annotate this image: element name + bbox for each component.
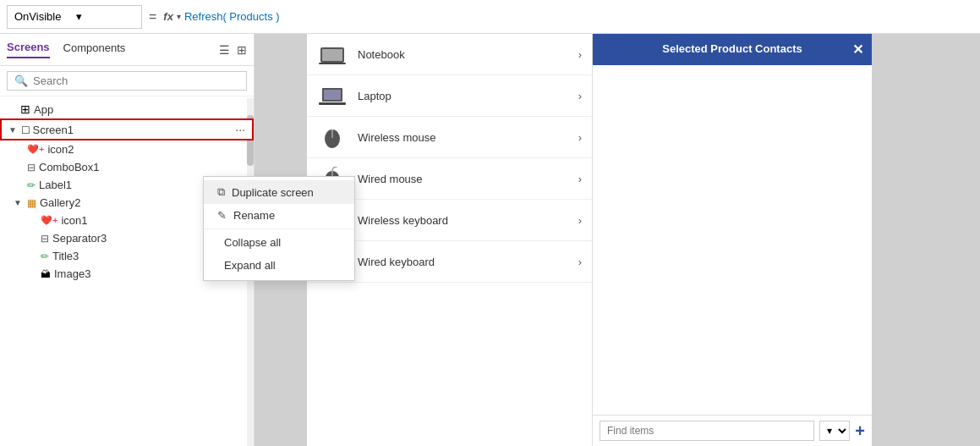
right-panel-footer: ▾ + bbox=[593, 415, 872, 446]
grid-view-icon[interactable]: ⊞ bbox=[237, 43, 247, 57]
context-menu: ⧉ Duplicate screen ✎ Rename Collapse all… bbox=[203, 176, 355, 281]
notebook-img bbox=[317, 42, 348, 66]
notebook-chevron: › bbox=[578, 48, 582, 61]
find-items-dropdown[interactable]: ▾ bbox=[819, 421, 850, 441]
right-panel-body bbox=[593, 63, 872, 415]
fx-chevron: ▾ bbox=[177, 12, 181, 21]
gallery2-icon: ▦ bbox=[27, 197, 36, 209]
svg-rect-4 bbox=[324, 90, 341, 100]
find-items-input[interactable] bbox=[599, 421, 814, 441]
search-input[interactable] bbox=[33, 74, 239, 87]
tab-components[interactable]: Components bbox=[63, 41, 126, 58]
wireless-mouse-name: Wireless mouse bbox=[358, 131, 568, 144]
search-input-wrap: 🔍 bbox=[7, 71, 247, 91]
screen1-icon: □ bbox=[22, 123, 29, 136]
dropdown-chevron: ▾ bbox=[76, 10, 134, 23]
fx-icon: fx bbox=[163, 10, 173, 23]
wired-mouse-chevron: › bbox=[578, 173, 582, 185]
canvas-area: Notebook › Laptop › Wireless mouse › bbox=[255, 34, 980, 446]
duplicate-icon: ⧉ bbox=[217, 185, 225, 199]
svg-rect-5 bbox=[319, 102, 346, 105]
tabs-bar: Screens Components ☰ ⊞ bbox=[0, 34, 254, 66]
right-panel-header: Selected Product Contacts ✕ bbox=[593, 34, 872, 63]
formula-text: Refresh( Products ) bbox=[184, 10, 280, 23]
combobox1-icon: ⊟ bbox=[27, 162, 36, 173]
tab-icon-group: ☰ ⊞ bbox=[219, 43, 247, 57]
image3-icon: 🏔 bbox=[41, 268, 51, 280]
label1-icon: ✏ bbox=[27, 179, 36, 191]
laptop-img bbox=[317, 84, 348, 107]
context-menu-expand[interactable]: Expand all bbox=[204, 254, 354, 277]
collapse-label: Collapse all bbox=[224, 236, 281, 249]
context-menu-sep bbox=[204, 229, 354, 229]
app-icon: ⊞ bbox=[20, 102, 30, 116]
wireless-keyboard-name: Wireless keyboard bbox=[358, 214, 568, 227]
tree-item-icon2[interactable]: ❤️+ icon2 bbox=[0, 140, 254, 158]
formula-bar: fx ▾ Refresh( Products ) bbox=[163, 10, 973, 23]
svg-rect-1 bbox=[322, 49, 342, 61]
context-menu-collapse[interactable]: Collapse all bbox=[204, 231, 354, 254]
laptop-name: Laptop bbox=[358, 90, 568, 102]
icon2-icon: ❤️+ bbox=[27, 144, 44, 155]
wired-mouse-name: Wired mouse bbox=[358, 173, 568, 185]
app-label: App bbox=[34, 103, 247, 116]
title3-icon: ✏ bbox=[41, 251, 49, 262]
combobox1-label: ComboBox1 bbox=[39, 161, 247, 173]
list-item[interactable]: Laptop › bbox=[307, 75, 592, 117]
wired-keyboard-name: Wired keyboard bbox=[358, 256, 568, 268]
on-visible-dropdown[interactable]: OnVisible ▾ bbox=[7, 5, 142, 29]
search-icon: 🔍 bbox=[14, 74, 28, 87]
top-bar: OnVisible ▾ = fx ▾ Refresh( Products ) bbox=[0, 0, 980, 34]
list-item[interactable]: Notebook › bbox=[307, 34, 592, 75]
wired-keyboard-chevron: › bbox=[578, 256, 582, 268]
icon2-label: icon2 bbox=[47, 143, 247, 156]
dropdown-label: OnVisible bbox=[14, 10, 73, 23]
chevron-gallery2: ▼ bbox=[14, 198, 24, 207]
right-panel-title: Selected Product Contacts bbox=[662, 42, 802, 55]
list-view-icon[interactable]: ☰ bbox=[219, 43, 230, 57]
screen1-more-btn[interactable]: ··· bbox=[235, 123, 245, 136]
laptop-chevron: › bbox=[578, 90, 582, 102]
duplicate-label: Duplicate screen bbox=[232, 186, 314, 199]
wireless-keyboard-chevron: › bbox=[578, 214, 582, 227]
icon1-icon: ❤️+ bbox=[41, 215, 57, 226]
wireless-mouse-img bbox=[317, 125, 348, 149]
chevron-screen1: ▼ bbox=[8, 125, 19, 135]
list-item[interactable]: Wireless mouse › bbox=[307, 117, 592, 158]
expand-label: Expand all bbox=[224, 259, 276, 272]
left-panel: Screens Components ☰ ⊞ 🔍 ⊞ App bbox=[0, 34, 255, 446]
tree-item-combobox1[interactable]: ⊟ ComboBox1 bbox=[0, 158, 254, 176]
wireless-mouse-chevron: › bbox=[578, 131, 582, 144]
separator3-icon: ⊟ bbox=[41, 233, 49, 245]
right-panel-close-btn[interactable]: ✕ bbox=[852, 41, 863, 57]
main-layout: Screens Components ☰ ⊞ 🔍 ⊞ App bbox=[0, 34, 980, 446]
add-item-button[interactable]: + bbox=[855, 421, 865, 441]
tree-item-screen1[interactable]: ▼ □ Screen1 ··· bbox=[0, 118, 254, 140]
tree-item-app[interactable]: ⊞ App bbox=[0, 100, 254, 118]
right-panel: Selected Product Contacts ✕ ▾ + bbox=[593, 34, 872, 446]
rename-icon: ✎ bbox=[217, 209, 227, 222]
svg-rect-2 bbox=[319, 63, 346, 64]
tab-screens[interactable]: Screens bbox=[7, 41, 50, 58]
notebook-name: Notebook bbox=[358, 48, 568, 61]
equals-sign: = bbox=[149, 9, 156, 25]
screen1-label: Screen1 bbox=[32, 124, 232, 136]
search-area: 🔍 bbox=[0, 66, 254, 96]
context-menu-duplicate[interactable]: ⧉ Duplicate screen bbox=[204, 180, 354, 204]
context-menu-rename[interactable]: ✎ Rename bbox=[204, 204, 354, 227]
rename-label: Rename bbox=[233, 209, 275, 222]
